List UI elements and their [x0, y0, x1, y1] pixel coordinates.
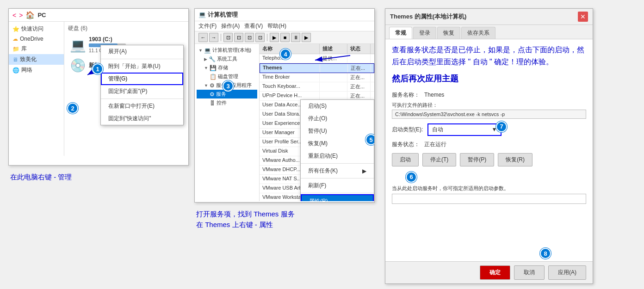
- ctx-manage[interactable]: 管理(G): [101, 73, 183, 85]
- props-tabs: 常规 登录 恢复 依存关系: [385, 25, 593, 39]
- toolbar-btn-2[interactable]: →: [209, 33, 218, 42]
- toolbar-btn-4[interactable]: ⊡: [234, 33, 243, 42]
- tree-item-storage[interactable]: ▼ 💾 存储: [197, 63, 257, 72]
- mgmt-captions: 打开服务项，找到 Themes 服务 在 Themes 上右键 - 属性: [194, 203, 379, 229]
- menu-help[interactable]: 帮助(H): [267, 22, 286, 30]
- mgmt-ctx-restart[interactable]: 重新启动(E): [301, 150, 374, 162]
- svc-row-themes[interactable]: Themes 正在...: [260, 63, 374, 73]
- btn-apply[interactable]: 应用(A): [548, 265, 586, 280]
- mgmt-ctx-sep1: [301, 163, 374, 164]
- svc-row-2[interactable]: Time Broker 正在...: [260, 73, 374, 82]
- mgmt-service-list: 名称 描述 状态 Telephо... 提供... Themes 正在...: [260, 44, 374, 201]
- col-header-status: 状态: [347, 44, 371, 54]
- sidebar-item-quickaccess[interactable]: ⭐ 快速访问: [9, 24, 64, 34]
- onedrive-icon: ☁: [12, 36, 18, 42]
- service-status-value: 正在运行: [424, 141, 446, 148]
- btn-resume[interactable]: 恢复(R): [498, 153, 533, 166]
- start-param-label: 当从此处启动服务时，你可指定所适用的启动参数。: [392, 185, 586, 192]
- mgmt-ctx-start[interactable]: 启动(S): [301, 100, 374, 112]
- mgmt-ctx-sep3: [301, 193, 374, 193]
- instruction-text: 查看服务状态是否是已停止，如果是，点击下面的启动，然后在启动类型里面选择 " 自…: [392, 44, 586, 68]
- toolbar-btn-10[interactable]: ▶: [302, 33, 311, 42]
- mgmt-ctx-pause[interactable]: 暂停(U): [301, 125, 374, 137]
- tree-item-diskmanage[interactable]: 📋 磁盘管理: [197, 72, 257, 81]
- menu-action[interactable]: 操作(A): [221, 22, 240, 30]
- mgmt-ctx-refresh[interactable]: 刷新(F): [301, 179, 374, 192]
- menu-file[interactable]: 文件(F): [198, 22, 217, 30]
- explorer-title: PC: [37, 12, 46, 18]
- tab-deps[interactable]: 依存关系: [461, 27, 495, 39]
- btn-stop[interactable]: 停止(T): [422, 153, 456, 166]
- start-param-input[interactable]: [392, 194, 586, 204]
- mgmt-ctx-alltasks[interactable]: 所有任务(K) ▶: [301, 165, 374, 177]
- service-name-label: 服务名称：: [392, 91, 420, 99]
- tree-item-root[interactable]: ▼ 💻 计算机管理(本地): [197, 46, 257, 55]
- tab-general[interactable]: 常规: [389, 27, 412, 39]
- mgmt-ctx-properties[interactable]: 属性(R): [301, 194, 374, 201]
- desktop-icon: 🖥: [12, 56, 18, 63]
- nav-back-btn[interactable]: <: [12, 12, 16, 19]
- btn-ok[interactable]: 确定: [480, 265, 510, 280]
- network-icon: 🌐: [12, 67, 19, 74]
- startup-type-label: 启动类型(E):: [392, 126, 423, 134]
- sidebar-item-network[interactable]: 🌐 网络: [9, 65, 64, 75]
- sidebar-item-zhimeihua[interactable]: 🖥 致美化: [9, 54, 64, 65]
- toolbar-sep2: [267, 34, 267, 41]
- nav-forward-btn[interactable]: >: [19, 12, 23, 19]
- ctx-expand[interactable]: 展开(A): [101, 45, 183, 58]
- svc-row-0[interactable]: Telephо... 提供...: [260, 54, 374, 63]
- explorer-caption: 在此电脑右键 - 管理: [8, 166, 189, 182]
- file-explorer-panel: < > 🏠 PC ⭐ 快速访问 ☁ OneDrive: [8, 8, 189, 166]
- mgmt-ctx-resume[interactable]: 恢复(M): [301, 137, 374, 150]
- computer-mgmt-panel: 💻 计算机管理 文件(F) 操作(A) 查看(V) 帮助(H) ← → ⊡ ⊡ …: [194, 8, 375, 203]
- explorer-body: ⭐ 快速访问 ☁ OneDrive 📁 库 🖥 致美化: [9, 22, 188, 156]
- tree-item-tools[interactable]: ▶ 🔧 系统工具: [197, 55, 257, 63]
- service-status-row: 服务状态： 正在运行: [392, 141, 586, 148]
- toolbar-btn-7[interactable]: ▶: [270, 33, 279, 42]
- explorer-main: 硬盘 (6) 💻 1903 (C:) 11.1 GB 可用，共 49.9 GB: [64, 22, 188, 156]
- toolbar-btn-6[interactable]: ⊡: [255, 33, 265, 42]
- tab-login[interactable]: 登录: [413, 27, 436, 39]
- toolbar-btn-1[interactable]: ←: [198, 33, 208, 42]
- toolbar-btn-3[interactable]: ⊡: [223, 33, 233, 42]
- svc-row-3[interactable]: Touch Keyboar... 正在...: [260, 82, 374, 92]
- toolbar-btn-8[interactable]: ■: [280, 33, 290, 42]
- props-close-btn[interactable]: ✕: [578, 12, 588, 22]
- disk-section-title: 硬盘 (6): [68, 25, 185, 32]
- mgmt-ctx-stop[interactable]: 停止(O): [301, 112, 374, 125]
- btn-start[interactable]: 启动: [392, 153, 419, 166]
- ctx-pin-start[interactable]: 附到「开始」菜单(U): [101, 60, 183, 73]
- mgmt-context-menu: 启动(S) 停止(O) 暂停(U) 恢复(M) 重新启动(E) 所有任务(K) …: [300, 99, 374, 201]
- circle-5: 5: [365, 134, 374, 145]
- ctx-sep1: [101, 59, 183, 59]
- home-icon: 🏠: [25, 11, 35, 19]
- explorer-titlebar: < > 🏠 PC: [9, 9, 188, 22]
- ctx-pin-desktop[interactable]: 固定到"桌面"(P): [101, 85, 183, 98]
- explorer-sidebar: ⭐ 快速访问 ☁ OneDrive 📁 库 🖥 致美化: [9, 22, 64, 156]
- btn-pause[interactable]: 暂停(P): [460, 153, 494, 166]
- sidebar-item-library[interactable]: 📁 库: [9, 43, 64, 54]
- service-name-row: 服务名称： Themes: [392, 91, 586, 99]
- tab-restore[interactable]: 恢复: [437, 27, 460, 39]
- startup-type-select[interactable]: 自动 ▼: [427, 123, 502, 136]
- toolbar-btn-5[interactable]: ⊡: [245, 33, 254, 42]
- mgmt-toolbar: ← → ⊡ ⊡ ⊡ ⊡ ▶ ■ ⏸ ▶: [195, 31, 374, 44]
- sidebar-item-onedrive[interactable]: ☁ OneDrive: [9, 34, 64, 43]
- menu-view[interactable]: 查看(V): [244, 22, 263, 30]
- ctx-pin-quick[interactable]: 固定到"快速访问": [101, 112, 183, 125]
- circle-2: 2: [67, 103, 78, 114]
- btn-cancel[interactable]: 取消: [514, 265, 545, 280]
- ctx-open-new[interactable]: 在新窗口中打开(E): [101, 100, 183, 112]
- props-titlebar: Themes 的属性(本地计算机) ✕: [385, 9, 593, 25]
- circle-8: 8: [540, 248, 551, 259]
- tree-item-controls[interactable]: 🎛 控件: [197, 98, 257, 107]
- exe-path-value: C:\Windows\System32\svchost.exe -k netsv…: [392, 110, 586, 119]
- mgmt-title-icon: 💻: [198, 11, 206, 18]
- instruction-text2: 然后再次应用主题: [392, 72, 586, 86]
- toolbar-btn-9[interactable]: ⏸: [291, 33, 300, 42]
- props-title: Themes 的属性(本地计算机): [390, 12, 466, 21]
- ctx-sep2: [101, 98, 183, 99]
- mgmt-titlebar: 💻 计算机管理: [195, 9, 374, 21]
- disk-e-icon: 💿: [70, 58, 86, 73]
- toolbar-sep1: [221, 34, 221, 41]
